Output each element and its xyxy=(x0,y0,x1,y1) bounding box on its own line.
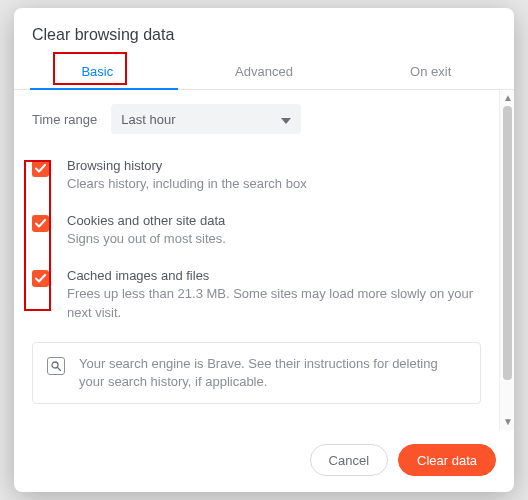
scroll-up-icon[interactable]: ▲ xyxy=(503,93,513,103)
time-range-label: Time range xyxy=(32,112,97,127)
cancel-button[interactable]: Cancel xyxy=(310,444,388,476)
check-icon xyxy=(35,161,46,176)
text-cache: Cached images and files Frees up less th… xyxy=(67,268,481,321)
text-cookies: Cookies and other site data Signs you ou… xyxy=(67,213,226,248)
text-browsing-history: Browsing history Clears history, includi… xyxy=(67,158,307,193)
clear-browsing-data-dialog: Clear browsing data Basic Advanced On ex… xyxy=(14,8,514,492)
note-text: Your search engine is Brave. See their i… xyxy=(79,355,466,391)
item-browsing-history: Browsing history Clears history, includi… xyxy=(32,158,481,193)
magnifier-icon xyxy=(47,357,65,375)
scroll-thumb[interactable] xyxy=(503,106,512,380)
item-title: Browsing history xyxy=(67,158,307,173)
tab-advanced[interactable]: Advanced xyxy=(181,56,348,89)
tabs: Basic Advanced On exit xyxy=(14,56,514,90)
check-icon xyxy=(35,216,46,231)
tab-on-exit[interactable]: On exit xyxy=(347,56,514,89)
item-desc: Frees up less than 21.3 MB. Some sites m… xyxy=(67,285,481,321)
dialog-title: Clear browsing data xyxy=(14,8,514,56)
item-cookies: Cookies and other site data Signs you ou… xyxy=(32,213,481,248)
checkbox-cache[interactable] xyxy=(32,270,49,287)
item-desc: Clears history, including in the search … xyxy=(67,175,307,193)
clear-data-button[interactable]: Clear data xyxy=(398,444,496,476)
content-wrap: Time range Last hour Browsing history Cl… xyxy=(14,90,514,430)
svg-line-1 xyxy=(57,367,60,370)
tab-basic[interactable]: Basic xyxy=(14,56,181,89)
time-range-value: Last hour xyxy=(121,112,175,127)
scroll-down-icon[interactable]: ▼ xyxy=(503,417,513,427)
time-range-select[interactable]: Last hour xyxy=(111,104,301,134)
item-cache: Cached images and files Frees up less th… xyxy=(32,268,481,321)
checkbox-cookies[interactable] xyxy=(32,215,49,232)
item-title: Cached images and files xyxy=(67,268,481,283)
dialog-footer: Cancel Clear data xyxy=(14,430,514,492)
search-engine-note: Your search engine is Brave. See their i… xyxy=(32,342,481,404)
checkbox-browsing-history[interactable] xyxy=(32,160,49,177)
chevron-down-icon xyxy=(281,112,291,127)
check-icon xyxy=(35,271,46,286)
scrollbar[interactable]: ▲ ▼ xyxy=(499,90,514,430)
time-range-row: Time range Last hour xyxy=(32,104,481,134)
dialog-content: Time range Last hour Browsing history Cl… xyxy=(14,90,499,430)
item-title: Cookies and other site data xyxy=(67,213,226,228)
item-desc: Signs you out of most sites. xyxy=(67,230,226,248)
